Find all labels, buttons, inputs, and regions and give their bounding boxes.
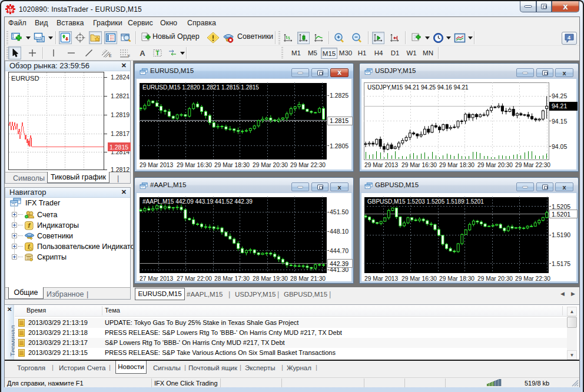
svg-text:29 Mar 20:30: 29 Mar 20:30 bbox=[477, 162, 513, 168]
svg-text:27 Mar 22:00: 27 Mar 22:00 bbox=[177, 275, 212, 282]
svg-text:29 Mar 2013: 29 Mar 2013 bbox=[140, 162, 174, 168]
svg-text:EURUSD,M15 1.2820 1.2821 1.28: EURUSD,M15 1.2820 1.2821 1.2815 1.2815 bbox=[142, 84, 259, 91]
svg-text:1.2824: 1.2824 bbox=[111, 74, 130, 81]
svg-text:29 Mar 16:30: 29 Mar 16:30 bbox=[177, 162, 212, 168]
svg-text:1.2825: 1.2825 bbox=[330, 92, 349, 99]
svg-text:28 Mar 17:30: 28 Mar 17:30 bbox=[214, 275, 250, 282]
svg-text:29 Mar 18:30: 29 Mar 18:30 bbox=[439, 275, 474, 282]
svg-text:29 Mar 18:30: 29 Mar 18:30 bbox=[214, 162, 250, 168]
svg-text:1.2817: 1.2817 bbox=[111, 130, 130, 137]
svg-text:1.5201: 1.5201 bbox=[552, 211, 570, 218]
svg-text:444.70: 444.70 bbox=[330, 247, 349, 254]
svg-text:1.2815: 1.2815 bbox=[110, 144, 128, 151]
svg-text:EURUSD: EURUSD bbox=[11, 75, 39, 82]
svg-text:29 Mar 2013: 29 Mar 2013 bbox=[364, 275, 399, 282]
svg-text:29 Mar 22:30: 29 Mar 22:30 bbox=[515, 275, 550, 282]
svg-text:94.21: 94.21 bbox=[552, 102, 567, 109]
svg-text:27 Mar 2013: 27 Mar 2013 bbox=[140, 275, 174, 282]
svg-text:1.2815: 1.2815 bbox=[330, 117, 349, 124]
svg-text:29 Mar 2013: 29 Mar 2013 bbox=[364, 162, 399, 168]
svg-text:448.10: 448.10 bbox=[330, 228, 349, 235]
svg-text:29 Mar 22:30: 29 Mar 22:30 bbox=[290, 162, 326, 168]
svg-text:GBPUSD,M15 1.5203 1.5205 1.51: GBPUSD,M15 1.5203 1.5205 1.5189 1.5201 bbox=[367, 198, 484, 205]
svg-text:94.15: 94.15 bbox=[552, 118, 567, 125]
svg-text:29 Mar 18:30: 29 Mar 18:30 bbox=[439, 162, 474, 168]
svg-text:29 Mar 22:30: 29 Mar 22:30 bbox=[515, 162, 550, 168]
svg-text:1.2821: 1.2821 bbox=[111, 92, 130, 99]
svg-text:29 Mar 16:30: 29 Mar 16:30 bbox=[402, 162, 437, 168]
svg-text:28 Mar 21:30: 28 Mar 21:30 bbox=[290, 275, 326, 282]
svg-text:1.5205: 1.5205 bbox=[552, 203, 570, 210]
svg-text:1.2819: 1.2819 bbox=[111, 111, 130, 118]
svg-text:T: T bbox=[155, 50, 159, 57]
svg-text:#AAPL,M15 442.09 443.19 441.5: #AAPL,M15 442.09 443.19 441.52 442.39 bbox=[142, 198, 253, 205]
svg-text:451.50: 451.50 bbox=[330, 208, 349, 215]
svg-text:E: E bbox=[109, 54, 112, 58]
svg-text:4: 4 bbox=[568, 35, 570, 41]
svg-text:94.25: 94.25 bbox=[552, 92, 567, 99]
svg-text:442.39: 442.39 bbox=[330, 260, 349, 267]
svg-text:1.5175: 1.5175 bbox=[552, 260, 570, 267]
svg-text:29 Mar 20:30: 29 Mar 20:30 bbox=[253, 162, 288, 168]
svg-text:29 Mar 16:30: 29 Mar 16:30 bbox=[402, 275, 437, 282]
svg-text:29 Mar 20:30: 29 Mar 20:30 bbox=[477, 275, 513, 282]
svg-text:1.5190: 1.5190 bbox=[552, 231, 570, 238]
svg-text:94.05: 94.05 bbox=[552, 143, 567, 150]
svg-text:1.2805: 1.2805 bbox=[330, 142, 349, 150]
svg-text:F: F bbox=[128, 54, 130, 58]
svg-text:1.2812: 1.2812 bbox=[111, 166, 130, 172]
svg-text:28 Mar 19:30: 28 Mar 19:30 bbox=[253, 275, 288, 282]
svg-text:A: A bbox=[140, 49, 145, 58]
svg-text:USDJPY,M15 94.21 94.25 94.16: USDJPY,M15 94.21 94.25 94.16 94.21 bbox=[367, 84, 469, 91]
